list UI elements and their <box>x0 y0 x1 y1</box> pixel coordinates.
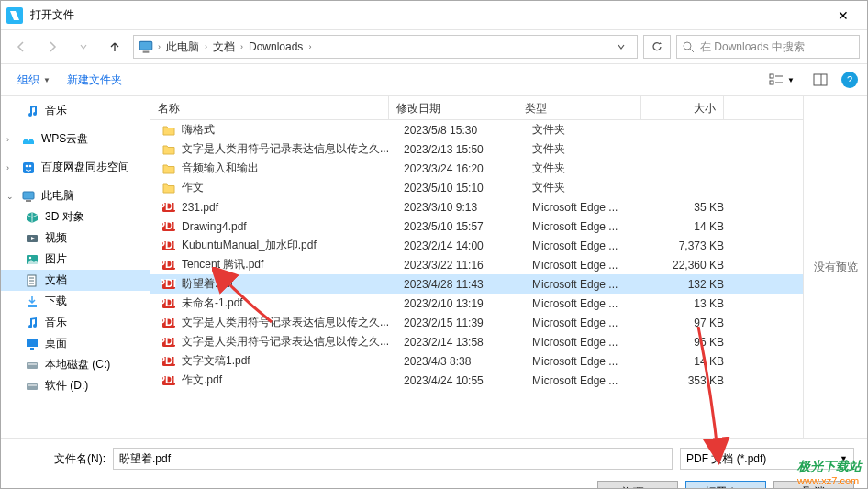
sidebar-item[interactable]: 下载 <box>1 291 150 312</box>
file-list: 名称 修改日期 类型 大小 嗨格式 2023/5/8 15:30 文件夹 文字是… <box>150 96 803 438</box>
file-row[interactable]: PDFDrawing4.pdf 2023/5/10 15:57 Microsof… <box>150 217 803 236</box>
file-row[interactable]: PDF未命名-1.pdf 2023/2/10 13:19 Microsoft E… <box>150 294 803 313</box>
file-date: 2023/3/10 9:13 <box>396 201 525 214</box>
help-button[interactable]: ? <box>841 72 858 88</box>
search-placeholder: 在 Downloads 中搜索 <box>700 39 805 55</box>
music-icon <box>25 104 39 118</box>
col-size[interactable]: 大小 <box>641 96 724 119</box>
sidebar-item[interactable]: 音乐 <box>1 100 150 121</box>
col-type[interactable]: 类型 <box>517 96 641 119</box>
folder-icon <box>161 142 176 157</box>
svg-rect-24 <box>27 339 38 347</box>
chevron-right-icon[interactable]: › <box>239 42 245 51</box>
sidebar-item[interactable]: 文档 <box>1 270 150 291</box>
file-row[interactable]: PDF231.pdf 2023/3/10 9:13 Microsoft Edge… <box>150 197 803 217</box>
video-icon <box>25 231 39 246</box>
breadcrumb-dropdown[interactable] <box>617 42 633 51</box>
expand-icon[interactable]: › <box>6 135 16 144</box>
svg-rect-14 <box>23 192 34 199</box>
chevron-right-icon[interactable]: › <box>203 42 209 51</box>
breadcrumb[interactable]: › 此电脑 › 文档 › Downloads › <box>133 35 638 59</box>
file-type: 文件夹 <box>525 122 649 138</box>
preview-label: 没有预览 <box>814 260 858 275</box>
breadcrumb-seg[interactable]: 文档 <box>209 36 239 58</box>
file-row[interactable]: 作文 2023/5/10 15:10 文件夹 <box>150 178 803 197</box>
search-input[interactable]: 在 Downloads 中搜索 <box>676 35 860 59</box>
chevron-right-icon[interactable]: › <box>306 42 313 51</box>
sidebar-item[interactable]: 3D 对象 <box>1 206 150 228</box>
sidebar-item[interactable]: 音乐 <box>1 312 150 333</box>
wps-icon <box>21 132 36 147</box>
file-type: Microsoft Edge ... <box>525 201 649 214</box>
file-row[interactable]: 音频输入和输出 2023/3/24 16:20 文件夹 <box>150 159 803 178</box>
file-date: 2023/2/14 14:00 <box>396 239 525 252</box>
app-icon <box>6 7 23 24</box>
window-title: 打开文件 <box>30 7 825 23</box>
filename-label: 文件名(N): <box>14 451 106 467</box>
svg-rect-27 <box>28 363 37 365</box>
sidebar-item[interactable]: ›百度网盘同步空间 <box>1 157 150 178</box>
file-row[interactable]: 嗨格式 2023/5/8 15:30 文件夹 <box>150 120 803 139</box>
breadcrumb-seg[interactable]: 此电脑 <box>162 36 203 58</box>
view-mode-button[interactable]: ▼ <box>764 71 799 89</box>
bottom-panel: 文件名(N): PDF 文档 (*.pdf)▼ 选项... 打开|▼ 取消 <box>1 438 867 489</box>
desktop-icon <box>25 337 39 351</box>
toolbar: 组织▼ 新建文件夹 ▼ ? <box>1 63 867 96</box>
expand-icon[interactable]: ⌄ <box>6 192 16 201</box>
svg-rect-23 <box>28 305 37 307</box>
file-name: 作文.pdf <box>182 372 222 388</box>
organize-button[interactable]: 组织▼ <box>10 69 58 92</box>
file-size: 132 KB <box>649 278 731 291</box>
file-size: 353 KB <box>649 374 731 387</box>
file-type: Microsoft Edge ... <box>525 336 649 349</box>
forward-button[interactable] <box>39 35 65 59</box>
sidebar-item[interactable]: ›WPS云盘 <box>1 128 150 150</box>
file-row[interactable]: PDF文字是人类用符号记录表达信息以传之久... 2023/2/15 11:39… <box>150 313 803 332</box>
chevron-right-icon[interactable]: › <box>156 42 162 51</box>
file-type: Microsoft Edge ... <box>525 239 649 252</box>
open-button[interactable]: 打开|▼ <box>685 481 766 489</box>
sidebar-item[interactable]: 桌面 <box>1 333 150 354</box>
main-area: 音乐›WPS云盘›百度网盘同步空间⌄此电脑3D 对象视频图片文档下载音乐桌面本地… <box>1 96 867 438</box>
file-row[interactable]: PDFKubuntuManual_加水印.pdf 2023/2/14 14:00… <box>150 236 803 255</box>
filename-input[interactable] <box>113 448 673 470</box>
file-row[interactable]: PDF作文.pdf 2023/4/24 10:55 Microsoft Edge… <box>150 371 803 390</box>
svg-rect-11 <box>23 162 34 173</box>
file-date: 2023/4/24 10:55 <box>396 374 525 387</box>
breadcrumb-seg[interactable]: Downloads <box>245 36 306 58</box>
file-name: KubuntuManual_加水印.pdf <box>182 238 317 253</box>
pdf-icon: PDF <box>161 316 176 330</box>
sidebar-item[interactable]: 图片 <box>1 249 150 270</box>
file-row[interactable]: PDF盼望着.pdf 2023/4/28 11:43 Microsoft Edg… <box>150 274 803 294</box>
svg-line-4 <box>690 49 694 52</box>
col-name[interactable]: 名称 <box>150 96 389 119</box>
preview-toggle-button[interactable] <box>808 71 832 89</box>
file-row[interactable]: PDFTencent 腾讯.pdf 2023/3/22 11:16 Micros… <box>150 255 803 274</box>
col-date[interactable]: 修改日期 <box>389 96 517 119</box>
baidu-icon <box>21 161 36 175</box>
sidebar-item[interactable]: 视频 <box>1 228 150 249</box>
file-row[interactable]: 文字是人类用符号记录表达信息以传之久... 2023/2/13 15:50 文件… <box>150 139 803 159</box>
expand-icon[interactable]: › <box>6 163 16 172</box>
refresh-button[interactable] <box>643 35 671 59</box>
sidebar-item[interactable]: 软件 (D:) <box>1 375 150 396</box>
file-row[interactable]: PDF文字是人类用符号记录表达信息以传之久... 2023/2/14 13:58… <box>150 332 803 351</box>
file-date: 2023/3/22 11:16 <box>396 259 525 272</box>
file-name: 嗨格式 <box>182 122 215 138</box>
recent-dropdown[interactable] <box>71 35 96 59</box>
file-type: Microsoft Edge ... <box>525 297 649 310</box>
file-name: 文字是人类用符号记录表达信息以传之久... <box>182 315 389 330</box>
file-row[interactable]: PDF文字文稿1.pdf 2023/4/3 8:38 Microsoft Edg… <box>150 351 803 371</box>
pdf-icon: PDF <box>161 354 176 369</box>
options-button[interactable]: 选项... <box>597 481 678 489</box>
svg-point-18 <box>29 256 31 258</box>
watermark: 极光下载站 www.xz7.com <box>797 459 862 486</box>
sidebar-item[interactable]: ⌄此电脑 <box>1 185 150 206</box>
up-button[interactable] <box>102 35 128 59</box>
sidebar-item[interactable]: 本地磁盘 (C:) <box>1 354 150 375</box>
pictures-icon <box>25 252 39 267</box>
back-button[interactable] <box>8 35 34 59</box>
new-folder-button[interactable]: 新建文件夹 <box>60 69 129 92</box>
file-name: 作文 <box>182 180 204 195</box>
close-button[interactable]: ✕ <box>825 1 862 29</box>
